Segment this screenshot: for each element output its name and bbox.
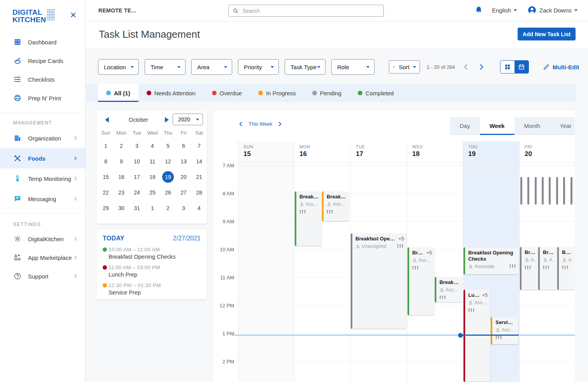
calendar-date-17[interactable]: 17 <box>129 169 145 185</box>
event-card-breakfast-ope-[interactable]: Breakfast Ope…+5Unassigned!!! <box>351 233 406 329</box>
status-tab-all-1-[interactable]: All (1) <box>98 84 138 102</box>
calendar-date-26[interactable]: 26 <box>160 185 176 200</box>
calendar-date-3[interactable]: 3 <box>129 138 145 154</box>
event-card-bre-[interactable]: Bre…A…!!! <box>538 247 556 290</box>
calendar-date-4[interactable]: 4 <box>145 138 160 154</box>
prev-month-icon[interactable] <box>105 117 109 123</box>
event-card-service-[interactable]: Service…Assoc…!!! <box>491 317 518 344</box>
calendar-date-3[interactable]: 3 <box>176 200 191 216</box>
sidebar-item-messaging[interactable]: Messaging <box>0 189 85 209</box>
calendar-date-7[interactable]: 7 <box>191 138 207 154</box>
calendar-date-10[interactable]: 10 <box>129 154 145 169</box>
calendar-date-29[interactable]: 29 <box>98 200 114 216</box>
collapsed-event-bar[interactable] <box>535 177 537 205</box>
next-week-icon[interactable] <box>277 121 283 127</box>
status-tab-pending[interactable]: Pending <box>304 84 350 102</box>
status-tab-in-progress[interactable]: In Progress <box>250 84 304 102</box>
search-box[interactable] <box>228 5 384 17</box>
status-tab-overdue[interactable]: Overdue <box>204 84 250 102</box>
day-header-wed-18[interactable]: WED18 <box>412 144 423 158</box>
multi-edit-button[interactable]: Multi-Edit <box>543 64 579 70</box>
collapsed-event-bar[interactable] <box>556 177 558 205</box>
event-card-breakfa-[interactable]: Breakfa…Assoc…!!! <box>435 277 462 302</box>
event-card-breakfa-[interactable]: Breakfa…Assoc…!!! <box>322 191 349 221</box>
prev-week-icon[interactable] <box>238 121 244 127</box>
calendar-date-31[interactable]: 31 <box>129 200 145 216</box>
event-card-b-[interactable]: B…A…!!! <box>557 247 575 290</box>
day-header-mon-16[interactable]: MON16 <box>299 144 310 158</box>
sidebar-item-organization[interactable]: Organization <box>0 128 85 148</box>
range-tab-week[interactable]: Week <box>480 117 514 135</box>
collapsed-event-bar[interactable] <box>520 177 522 205</box>
sidebar-item-app-marketplace[interactable]: App Marketplace <box>0 248 85 267</box>
calendar-date-16[interactable]: 16 <box>114 169 129 185</box>
calendar-date-1[interactable]: 1 <box>145 200 160 216</box>
calendar-date-15[interactable]: 15 <box>98 169 114 185</box>
collapsed-event-bar[interactable] <box>570 177 572 205</box>
calendar-date-25[interactable]: 25 <box>145 185 160 200</box>
status-tab-needs-attention[interactable]: Needs Attention <box>138 84 204 102</box>
sidebar-item-dashboard[interactable]: Dashboard <box>0 33 85 51</box>
day-header-sun-15[interactable]: SUN15 <box>243 144 253 158</box>
calendar-date-11[interactable]: 11 <box>145 154 160 169</box>
calendar-view-icon[interactable] <box>514 61 528 73</box>
event-card-lu-[interactable]: Lu…+5Assoc…!!! <box>464 290 490 382</box>
range-tab-year[interactable]: Year <box>550 117 575 135</box>
day-header-fri-20[interactable]: FRI20 <box>525 144 532 158</box>
calendar-date-5[interactable]: 5 <box>160 138 176 154</box>
year-dropdown[interactable]: 2020 <box>173 114 203 125</box>
calendar-date-28[interactable]: 28 <box>191 185 207 200</box>
grid-view-icon[interactable] <box>500 61 514 73</box>
pagination-prev-icon[interactable] <box>462 63 470 71</box>
search-input[interactable] <box>242 7 370 14</box>
calendar-date-20[interactable]: 20 <box>176 169 191 185</box>
sidebar-item-prep-n-print[interactable]: Prep N' Print <box>0 89 85 107</box>
sidebar-item-checklists[interactable]: Checklists <box>0 70 85 89</box>
this-week-label[interactable]: This Week <box>248 121 272 127</box>
sidebar-item-recipe-cards[interactable]: Recipe Cards <box>0 51 85 70</box>
notifications-bell-icon[interactable] <box>474 6 483 15</box>
next-month-icon[interactable] <box>165 117 169 123</box>
calendar-date-8[interactable]: 8 <box>98 154 114 169</box>
filter-dropdown-time[interactable]: Time <box>145 59 186 75</box>
add-new-task-list-button[interactable]: Add New Task List <box>518 28 576 40</box>
calendar-date-24[interactable]: 24 <box>129 185 145 200</box>
calendar-date-19[interactable]: 19 <box>160 169 176 185</box>
collapsed-event-bar[interactable] <box>542 177 544 205</box>
calendar-date-23[interactable]: 23 <box>114 185 129 200</box>
calendar-date-14[interactable]: 14 <box>191 154 207 169</box>
calendar-date-1[interactable]: 1 <box>98 138 114 154</box>
pagination-next-icon[interactable] <box>478 63 485 71</box>
calendar-date-9[interactable]: 9 <box>114 154 129 169</box>
sidebar-close-icon[interactable]: ✕ <box>70 11 77 19</box>
calendar-date-21[interactable]: 21 <box>191 169 207 185</box>
calendar-date-30[interactable]: 30 <box>114 200 129 216</box>
calendar-date-27[interactable]: 27 <box>176 185 191 200</box>
sidebar-item-support[interactable]: Support <box>0 267 85 286</box>
sidebar-item-temp-monitoring[interactable]: Temp Monitoring <box>0 168 85 189</box>
language-selector[interactable]: English <box>492 7 517 14</box>
collapsed-event-bar[interactable] <box>527 177 529 205</box>
event-card-breakf-[interactable]: Breakf…Assoc…!!! <box>295 191 322 246</box>
sidebar-item-digitalkitchen[interactable]: DigitalKitchen <box>0 230 85 248</box>
calendar-date-18[interactable]: 18 <box>145 169 160 185</box>
filter-dropdown-task-type[interactable]: Task Type <box>285 59 326 75</box>
calendar-date-2[interactable]: 2 <box>114 138 129 154</box>
event-card-bre-[interactable]: Bre…A…!!! <box>520 247 538 290</box>
calendar-date-22[interactable]: 22 <box>98 185 114 200</box>
range-tab-month[interactable]: Month <box>514 117 550 135</box>
calendar-date-6[interactable]: 6 <box>176 138 191 154</box>
filter-dropdown-location[interactable]: Location <box>98 59 139 75</box>
day-header-tue-17[interactable]: TUE17 <box>356 144 365 158</box>
filter-dropdown-area[interactable]: Area <box>191 59 232 75</box>
range-tab-day[interactable]: Day <box>450 117 480 135</box>
collapsed-event-bar[interactable] <box>549 177 551 205</box>
user-menu[interactable]: Zack Downs <box>527 5 578 15</box>
collapsed-event-bar[interactable] <box>563 177 565 205</box>
day-header-thu-19[interactable]: THU19 <box>468 144 478 158</box>
sidebar-item-foods[interactable]: Foods <box>0 148 85 168</box>
status-tab-completed[interactable]: Completed <box>350 84 402 102</box>
calendar-date-4[interactable]: 4 <box>191 200 207 216</box>
event-card-breakfast-opening-checks[interactable]: Breakfast Opening ChecksAssociate!!! <box>464 247 519 274</box>
sort-dropdown[interactable]: Sort <box>389 60 420 74</box>
